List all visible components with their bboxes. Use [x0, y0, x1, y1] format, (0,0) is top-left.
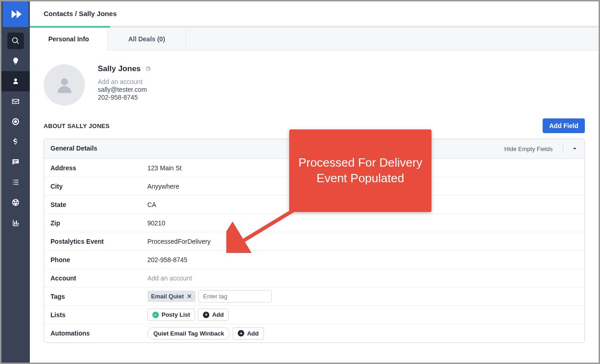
dollar-icon[interactable]	[3, 132, 28, 152]
field-label: Zip	[44, 219, 147, 227]
hide-empty-toggle[interactable]: Hide Empty Fields	[505, 146, 553, 152]
avatar	[44, 64, 85, 106]
tabs: Personal Info All Deals (0)	[30, 28, 599, 50]
plus-icon: +	[238, 330, 244, 336]
breadcrumb: Contacts / Sally Jones	[30, 1, 599, 26]
app-logo[interactable]	[3, 1, 28, 27]
add-field-button[interactable]: Add Field	[543, 118, 585, 133]
target-icon[interactable]	[3, 112, 28, 132]
field-label: State	[44, 201, 147, 208]
panel-title: General Details	[50, 145, 97, 153]
add-list-button[interactable]: + Add	[198, 308, 229, 321]
automation-chip[interactable]: Quiet Email Tag Winback	[147, 327, 230, 340]
field-label: Address	[44, 164, 147, 172]
lightbulb-icon[interactable]	[3, 51, 28, 71]
check-icon	[152, 312, 159, 318]
mail-icon[interactable]	[3, 91, 28, 112]
about-heading: ABOUT SALLY JONES	[44, 123, 110, 129]
contact-phone: 202-958-8745	[98, 94, 151, 101]
breadcrumb-text: Contacts / Sally Jones	[44, 10, 117, 17]
field-label: Account	[44, 274, 147, 282]
tag-input[interactable]	[198, 290, 272, 302]
field-label: City	[44, 183, 147, 190]
field-value-phone[interactable]: 202-958-8745	[147, 256, 584, 263]
tab-all-deals[interactable]: All Deals (0)	[108, 28, 186, 50]
contact-name: Sally Jones	[98, 64, 151, 73]
annotation-callout: Processed For Delivery Event Populated	[289, 129, 432, 212]
add-automation-button[interactable]: + Add	[233, 327, 264, 340]
field-label: Tags	[44, 293, 147, 300]
contact-email: sally@tester.com	[98, 86, 151, 93]
gear-icon[interactable]	[145, 66, 151, 72]
tab-personal-info[interactable]: Personal Info	[30, 28, 108, 50]
list-icon[interactable]	[3, 172, 28, 192]
field-value-zip[interactable]: 90210	[147, 219, 584, 227]
field-value-postalytics[interactable]: ProcessedForDelivery	[147, 238, 584, 245]
field-label: Lists	[44, 311, 147, 319]
field-label: Postalytics Event	[44, 238, 147, 245]
plus-icon: +	[203, 312, 209, 318]
add-account-link[interactable]: Add an account	[98, 78, 151, 85]
sidebar	[1, 1, 30, 363]
close-icon[interactable]: ✕	[187, 293, 192, 300]
chat-icon[interactable]	[3, 152, 28, 172]
tag-chip[interactable]: Email Quiet ✕	[147, 291, 196, 302]
field-label: Automations	[44, 330, 147, 337]
bar-chart-icon[interactable]	[3, 213, 28, 233]
globe-icon[interactable]	[3, 192, 28, 213]
list-chip[interactable]: Posty List	[147, 308, 195, 321]
contacts-icon[interactable]	[1, 71, 30, 91]
field-value-account[interactable]: Add an account	[147, 274, 584, 282]
field-label: Phone	[44, 256, 147, 263]
chevron-down-icon[interactable]	[563, 145, 578, 153]
search-icon[interactable]	[7, 33, 24, 49]
